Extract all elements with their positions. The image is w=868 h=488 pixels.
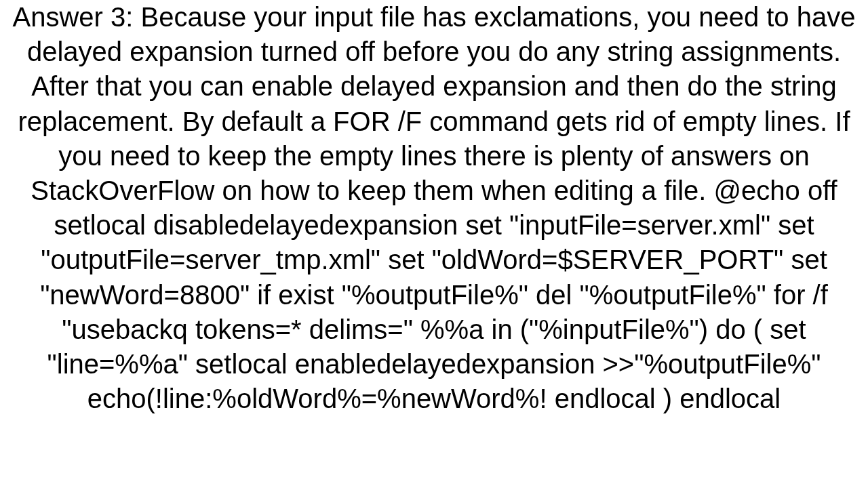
document-content: Answer 3: Because your input file has ex… (0, 0, 868, 488)
answer-text: Answer 3: Because your input file has ex… (0, 0, 868, 416)
